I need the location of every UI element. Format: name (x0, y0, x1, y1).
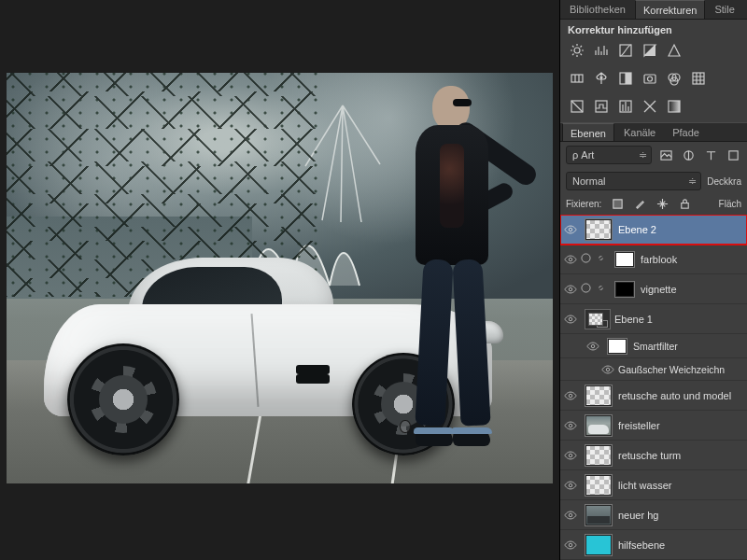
layer-name[interactable]: Gaußscher Weichzeichn (618, 364, 743, 375)
svg-point-27 (606, 368, 610, 371)
layer-farblook[interactable]: farblook (560, 245, 747, 274)
lock-pixels-icon[interactable] (609, 196, 626, 211)
svg-rect-19 (682, 203, 688, 208)
layer-freisteller[interactable]: freisteller (560, 411, 747, 441)
svg-point-6 (648, 77, 653, 81)
lock-position-icon[interactable] (654, 196, 670, 211)
canvas-area[interactable] (0, 0, 559, 560)
person (397, 86, 500, 459)
brush-cursor (400, 420, 411, 433)
lock-all-icon[interactable] (676, 196, 693, 211)
svg-point-25 (569, 317, 572, 321)
tab-kanaele[interactable]: Kanäle (616, 123, 663, 142)
svg-rect-12 (596, 101, 607, 112)
exposure-icon[interactable] (641, 42, 659, 59)
adjustments-header: Korrektur hinzufügen (560, 20, 747, 38)
layer-name[interactable]: vignette (641, 284, 743, 295)
tab-pfade[interactable]: Pfade (665, 123, 707, 142)
vibrance-icon[interactable] (665, 42, 684, 59)
layer-smartfilter[interactable]: Smartfilter (560, 334, 747, 358)
visibility-toggle[interactable] (560, 253, 581, 266)
layer-vignette[interactable]: vignette (560, 274, 747, 304)
layer-name[interactable]: retusche turm (618, 450, 743, 461)
gradient-icon[interactable] (665, 98, 684, 115)
layer-name[interactable]: neuer hg (618, 510, 743, 521)
filter-type-icon[interactable] (702, 147, 719, 162)
brightness-icon[interactable] (568, 42, 586, 59)
layer-name[interactable]: retusche auto und model (618, 390, 743, 401)
tab-ebenen[interactable]: Ebenen (562, 123, 614, 142)
layer-name[interactable]: Ebene 1 (614, 314, 743, 325)
fill-label: Fläch (719, 199, 741, 209)
layer-name[interactable]: farblook (641, 254, 743, 265)
layer-neuer-hg[interactable]: neuer hg (560, 500, 747, 530)
photofilter-icon[interactable] (641, 70, 659, 87)
layer-name[interactable]: Ebene 2 (618, 224, 743, 235)
adjustments-tabs: Bibliotheken Korrekturen Stile (560, 0, 747, 20)
curves-icon[interactable] (616, 42, 635, 59)
visibility-toggle[interactable] (560, 509, 581, 522)
blend-mode-select[interactable]: Normal (566, 172, 701, 190)
selective-icon[interactable] (641, 98, 659, 115)
filter-shape-icon[interactable] (725, 147, 741, 162)
bw-icon[interactable] (616, 70, 635, 87)
layer-thumbnail[interactable] (585, 504, 613, 526)
layer-thumbnail[interactable] (585, 218, 613, 241)
layer-licht-wasser[interactable]: licht wasser (560, 470, 747, 500)
visibility-toggle[interactable] (560, 539, 581, 552)
layer-thumbnail[interactable] (585, 474, 613, 497)
document-photo[interactable] (7, 73, 553, 483)
layer-ebene-1-smartobject[interactable]: Ebene 1 (560, 304, 747, 334)
layer-hilfsebene[interactable]: hilfsebene (560, 530, 747, 560)
layer-name[interactable]: hilfsebene (618, 539, 743, 551)
layer-name[interactable]: Smartfilter (633, 341, 743, 352)
levels-icon[interactable] (592, 42, 611, 59)
svg-point-20 (569, 228, 572, 231)
lock-brush-icon[interactable] (631, 196, 648, 211)
svg-rect-5 (644, 75, 655, 83)
channelmixer-icon[interactable] (665, 70, 684, 87)
layer-name[interactable]: licht wasser (618, 480, 743, 491)
filter-adj-icon[interactable] (680, 147, 697, 162)
posterize-icon[interactable] (592, 98, 611, 115)
layer-retusche-turm[interactable]: retusche turm (560, 441, 747, 470)
filter-mask-thumbnail[interactable] (607, 338, 627, 355)
visibility-toggle[interactable] (560, 449, 581, 462)
mask-thumbnail[interactable] (614, 281, 635, 298)
svg-rect-4 (626, 73, 631, 84)
layer-thumbnail[interactable] (585, 444, 613, 467)
filter-image-icon[interactable] (657, 147, 674, 162)
smartobject-thumbnail[interactable] (585, 309, 611, 329)
layer-name[interactable]: freisteller (618, 420, 743, 431)
visibility-toggle[interactable] (560, 419, 581, 432)
visibility-toggle[interactable] (560, 479, 581, 492)
threshold-icon[interactable] (616, 98, 635, 115)
tab-bibliotheken[interactable]: Bibliotheken (562, 0, 633, 19)
tab-korrekturen[interactable]: Korrekturen (635, 0, 705, 19)
layer-ebene-2[interactable]: Ebene 2 (560, 215, 747, 245)
adj-icon (581, 283, 594, 295)
mask-thumbnail[interactable] (614, 251, 635, 268)
adjustments-row-2 (560, 66, 747, 94)
layer-gaussian-blur[interactable]: Gaußscher Weichzeichn (560, 358, 747, 381)
colorlookup-icon[interactable] (689, 70, 708, 87)
layer-thumbnail[interactable] (585, 385, 613, 407)
layer-thumbnail[interactable] (585, 534, 613, 556)
link-icon (596, 253, 609, 265)
layer-filter-select[interactable]: ρ Art (566, 146, 652, 164)
layer-retusche-auto-model[interactable]: retusche auto und model (560, 381, 747, 411)
link-icon (596, 283, 609, 295)
hue-icon[interactable] (568, 70, 586, 87)
adjustments-row-3 (560, 94, 747, 122)
balance-icon[interactable] (592, 70, 611, 87)
tab-stile[interactable]: Stile (707, 0, 741, 19)
visibility-toggle[interactable] (598, 363, 618, 376)
visibility-toggle[interactable] (560, 313, 581, 326)
invert-icon[interactable] (568, 98, 586, 115)
visibility-toggle[interactable] (560, 223, 581, 236)
visibility-toggle[interactable] (560, 389, 581, 402)
visibility-toggle[interactable] (560, 283, 581, 296)
layer-thumbnail[interactable] (585, 414, 613, 437)
adjustments-row-1 (560, 38, 747, 66)
visibility-toggle[interactable] (583, 340, 603, 353)
